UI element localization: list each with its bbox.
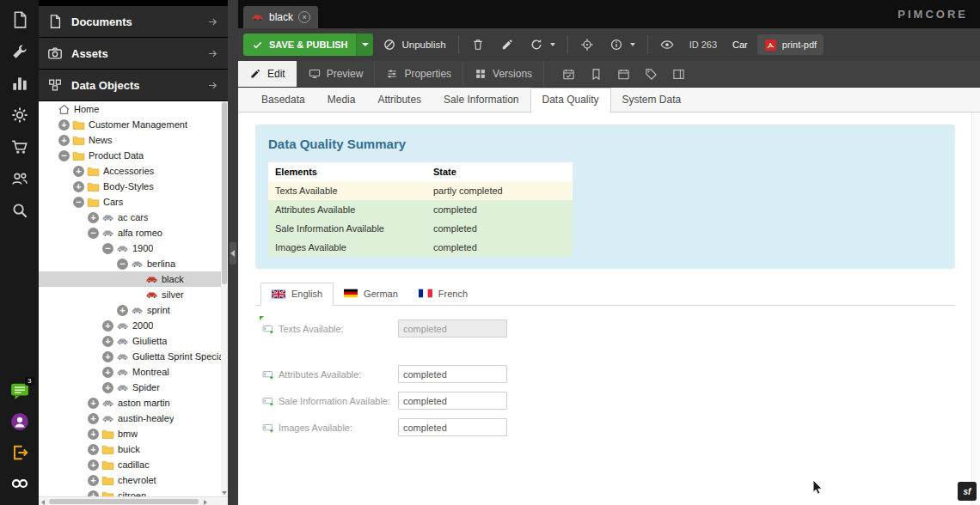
sale-information-available-input[interactable] (398, 392, 507, 410)
close-tab-icon[interactable]: × (298, 11, 310, 23)
nav-ecommerce-button[interactable] (10, 137, 29, 156)
unpublish-button[interactable]: Unpublish (377, 33, 451, 56)
save-options-dropdown[interactable] (356, 33, 373, 56)
tree-item-aston-martin[interactable]: + aston martin (39, 395, 221, 411)
rename-button[interactable] (494, 33, 520, 56)
tab-media[interactable]: Media (316, 88, 367, 112)
tree-item-black[interactable]: black (39, 271, 221, 287)
collapse-icon[interactable]: − (88, 228, 99, 239)
texts-available-input[interactable] (398, 319, 507, 338)
delete-button[interactable] (465, 33, 491, 56)
collapse-icon[interactable]: − (117, 259, 128, 270)
nav-tools-button[interactable] (10, 42, 29, 61)
tree-vertical-scrollbar[interactable] (221, 101, 228, 496)
images-available-input[interactable] (398, 418, 507, 436)
scroll-left-icon[interactable] (41, 500, 45, 505)
open-preview-button[interactable] (654, 33, 680, 56)
tree-item-austin-healey[interactable]: + austin-healey (39, 411, 221, 426)
logout-button[interactable] (10, 443, 29, 462)
tree-item-alfa-romeo[interactable]: − alfa romeo (39, 225, 221, 240)
language-tab-french[interactable]: French (408, 283, 478, 305)
calendar-button[interactable] (609, 61, 637, 87)
collapse-sidebar-handle[interactable] (230, 242, 236, 265)
attributes-available-input[interactable] (398, 365, 507, 383)
nav-documents-button[interactable] (10, 10, 29, 29)
tree-item-cars[interactable]: − Cars (39, 194, 221, 210)
tree-item-chevrolet[interactable]: + chevrolet (39, 472, 221, 488)
expand-icon[interactable]: + (102, 382, 113, 393)
tree-item-body-styles[interactable]: + Body-Styles (39, 179, 221, 194)
panel-splitter[interactable] (228, 0, 238, 505)
language-tab-english[interactable]: English (260, 283, 334, 306)
expand-icon[interactable]: + (88, 475, 99, 486)
scrollbar-thumb[interactable] (222, 102, 227, 284)
tree-item-customer-management[interactable]: + Customer Management (39, 117, 221, 132)
tag-button[interactable] (637, 61, 665, 87)
expand-icon[interactable]: + (73, 181, 84, 192)
expand-icon[interactable]: + (88, 212, 99, 223)
tab-versions[interactable]: Versions (463, 61, 544, 87)
tab-sale-information[interactable]: Sale Information (432, 88, 530, 112)
tree-item-cadillac[interactable]: + cadillac (39, 457, 221, 472)
tree-item-home[interactable]: Home (39, 101, 221, 117)
expand-icon[interactable]: + (88, 459, 99, 471)
tab-attributes[interactable]: Attributes (366, 88, 432, 112)
tree-item-2000[interactable]: + 2000 (39, 318, 221, 333)
tree-item-bmw[interactable]: + bmw (39, 426, 221, 441)
sidebar-section-assets[interactable]: Assets (39, 38, 228, 69)
scroll-right-icon[interactable] (204, 500, 207, 505)
tab-data-quality[interactable]: Data Quality (530, 88, 611, 113)
bookmark-button[interactable] (582, 61, 609, 87)
tree-item-ac-cars[interactable]: + ac cars (39, 210, 221, 225)
language-tab-german[interactable]: German (334, 283, 408, 305)
notifications-button[interactable]: 3 (10, 381, 29, 400)
nav-customers-button[interactable] (10, 169, 29, 188)
tree-item-product-data[interactable]: − Product Data (39, 148, 221, 163)
print-pdf-button[interactable]: print-pdf (757, 34, 824, 55)
locate-in-tree-button[interactable] (574, 33, 600, 56)
save-publish-button[interactable]: SAVE & PUBLISH (243, 33, 373, 56)
scrollbar-thumb[interactable] (49, 499, 199, 504)
tree-item-news[interactable]: + News (39, 132, 221, 148)
content-scrollbar[interactable] (971, 113, 980, 505)
tree-item-1900[interactable]: − 1900 (39, 240, 221, 256)
nav-reports-button[interactable] (10, 74, 29, 93)
arrow-right-icon[interactable] (206, 15, 219, 28)
expand-icon[interactable]: + (88, 444, 99, 455)
expand-icon[interactable]: + (73, 166, 84, 177)
expand-icon[interactable]: + (102, 367, 113, 378)
tree-item-berlina[interactable]: − berlina (39, 256, 221, 271)
arrow-right-icon[interactable] (206, 47, 219, 60)
schedule-button[interactable] (554, 61, 582, 87)
nav-settings-button[interactable] (10, 106, 29, 125)
tree-item-sprint[interactable]: + sprint (39, 302, 221, 318)
tab-edit[interactable]: Edit (238, 61, 297, 87)
collapse-icon[interactable]: − (73, 197, 84, 208)
tree-horizontal-scrollbar[interactable] (39, 496, 228, 505)
expand-icon[interactable]: + (88, 413, 99, 424)
symfony-profiler-toggle[interactable]: sf (958, 482, 977, 501)
tree-item-accessories[interactable]: + Accessories (39, 163, 221, 179)
tab-basedata[interactable]: Basedata (250, 88, 316, 112)
tree-item-silver[interactable]: silver (39, 287, 221, 302)
tab-properties[interactable]: Properties (375, 61, 463, 87)
arrow-right-icon[interactable] (206, 79, 219, 92)
tree-item-montreal[interactable]: + Montreal (39, 364, 221, 380)
sidebar-section-data-objects[interactable]: Data Objects (39, 70, 228, 100)
expand-icon[interactable]: + (88, 429, 99, 440)
expand-icon[interactable]: + (88, 398, 99, 409)
sidebar-section-documents[interactable]: Documents (39, 6, 228, 37)
collapse-icon[interactable]: − (102, 243, 113, 254)
expand-icon[interactable]: + (58, 119, 70, 131)
expand-icon[interactable]: + (102, 351, 113, 362)
tab-system-data[interactable]: System Data (611, 88, 693, 112)
tree-item-gulietta-sprint-specia[interactable]: + Gulietta Sprint Specia (39, 349, 221, 364)
scroll-down-icon[interactable] (222, 491, 227, 495)
reload-button[interactable] (524, 33, 561, 56)
info-button[interactable] (603, 33, 641, 56)
tree-item-spider[interactable]: + Spider (39, 380, 221, 395)
expand-icon[interactable]: + (117, 305, 128, 316)
tab-preview[interactable]: Preview (297, 61, 376, 87)
layout-button[interactable] (665, 61, 692, 87)
expand-icon[interactable]: + (102, 336, 113, 347)
